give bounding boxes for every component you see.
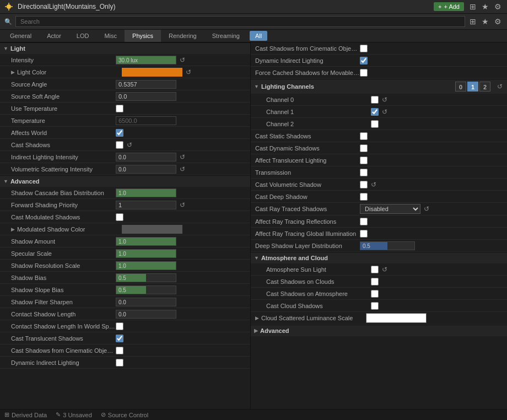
affect-ray-tracing-reflections-checkbox[interactable]	[360, 218, 368, 225]
cast-dynamic-shadows-checkbox[interactable]	[360, 144, 368, 152]
lighting-channels-header[interactable]: ▼ Lighting Channels 0 1 2 ↺	[251, 79, 507, 94]
shadow-filter-sharpen-value[interactable]: 0.0	[118, 298, 126, 306]
transmission-checkbox[interactable]	[360, 169, 368, 176]
deep-shadow-layer-label: Deep Shadow Layer Distribution	[255, 243, 360, 249]
affect-ray-tracing-gi-row: Affect Ray Tracing Global Illumination	[251, 228, 507, 240]
channel-tab-2[interactable]: 2	[479, 82, 490, 91]
channel-0-checkbox[interactable]	[371, 96, 379, 104]
grid-icon[interactable]: ⊞	[468, 2, 477, 11]
add-button[interactable]: + + Add	[434, 2, 464, 11]
modulated-shadow-color-swatch[interactable]	[122, 225, 182, 234]
tab-rendering[interactable]: Rendering	[161, 30, 204, 42]
transmission-label: Transmission	[255, 169, 360, 176]
star-icon[interactable]: ★	[481, 2, 490, 11]
affects-world-checkbox[interactable]	[116, 129, 123, 137]
cast-translucent-shadows-checkbox[interactable]	[116, 335, 123, 342]
cast-shadows-checkbox[interactable]	[116, 141, 123, 149]
intensity-value[interactable]: 30.0 lux	[118, 56, 138, 64]
advanced-right-header[interactable]: ▶ Advanced	[251, 325, 507, 336]
contact-shadow-length-value[interactable]: 0.0	[118, 310, 126, 319]
atmosphere-sun-light-checkbox[interactable]	[371, 266, 379, 273]
volumetric-scattering-reset[interactable]: ↺	[179, 165, 186, 173]
tab-all[interactable]: All	[250, 31, 267, 41]
light-color-arrow[interactable]: ▶	[11, 69, 15, 75]
source-control-item[interactable]: ⊘ Source Control	[101, 411, 148, 418]
indirect-lighting-reset[interactable]: ↺	[179, 153, 186, 161]
intensity-reset[interactable]: ↺	[179, 56, 186, 64]
search-input[interactable]	[15, 16, 465, 27]
tab-streaming[interactable]: Streaming	[204, 30, 247, 42]
cloud-scattered-luminance-swatch[interactable]	[366, 313, 427, 323]
forward-shading-input[interactable]	[116, 201, 176, 209]
tab-lod[interactable]: LOD	[69, 30, 97, 42]
shadow-resolution-scale-value[interactable]: 1.0	[118, 262, 126, 270]
dynamic-indirect-left-checkbox[interactable]	[116, 359, 123, 367]
light-color-swatch[interactable]	[122, 68, 182, 77]
advanced-section-header[interactable]: ▼ Advanced	[0, 175, 250, 187]
cast-shadows-atmosphere-checkbox[interactable]	[371, 290, 379, 298]
main-content: ▼ Light Intensity 30.0 lux ↺ ▶ Light Col…	[0, 42, 507, 409]
source-soft-angle-input[interactable]	[116, 92, 176, 101]
cast-deep-shadow-checkbox[interactable]	[360, 193, 368, 201]
lighting-channels-reset[interactable]: ↺	[496, 83, 504, 90]
affect-ray-tracing-gi-checkbox[interactable]	[360, 230, 368, 238]
shadow-bias-value[interactable]: 0.5	[118, 274, 126, 282]
channel-1-checkbox[interactable]	[371, 108, 379, 116]
source-angle-input[interactable]	[116, 80, 176, 89]
light-color-reset[interactable]: ↺	[185, 68, 192, 76]
tab-general[interactable]: General	[2, 30, 39, 42]
cast-shadows-reset[interactable]: ↺	[126, 141, 133, 149]
tab-physics[interactable]: Physics	[125, 30, 161, 42]
settings-icon[interactable]: ⚙	[493, 2, 503, 11]
bookmark-icon[interactable]: ★	[481, 17, 490, 26]
atmosphere-sun-light-reset[interactable]: ↺	[381, 266, 389, 273]
cast-static-shadows-checkbox[interactable]	[360, 132, 368, 140]
volumetric-scattering-value[interactable]: 0.0	[118, 165, 126, 174]
force-cached-shadows-checkbox[interactable]	[360, 69, 368, 77]
options-icon[interactable]: ⚙	[493, 17, 503, 26]
derived-data-item[interactable]: ⊞ Derived Data	[4, 411, 47, 418]
cloud-scattered-luminance-arrow[interactable]: ▶	[255, 315, 259, 321]
light-section-header[interactable]: ▼ Light	[0, 42, 250, 54]
deep-shadow-layer-value[interactable]: 0.5	[363, 242, 370, 250]
indirect-lighting-value[interactable]: 0.0	[118, 153, 126, 161]
cast-cloud-shadows-checkbox[interactable]	[371, 302, 379, 310]
shadow-slope-bias-value[interactable]: 0.5	[118, 286, 126, 294]
atmosphere-cloud-header[interactable]: ▼ Atmosphere and Cloud	[251, 252, 507, 263]
shadow-cascade-bias-value[interactable]: 1.0	[118, 189, 126, 197]
tab-actor[interactable]: Actor	[39, 30, 69, 42]
cast-volumetric-shadow-checkbox[interactable]	[360, 181, 368, 189]
contact-shadow-world-space-checkbox[interactable]	[116, 322, 123, 330]
channel-0-reset[interactable]: ↺	[381, 96, 389, 104]
channel-tab-1[interactable]: 1	[467, 82, 478, 91]
forward-shading-reset[interactable]: ↺	[179, 201, 186, 209]
modulated-shadow-color-arrow[interactable]: ▶	[11, 227, 15, 232]
channel-2-checkbox[interactable]	[371, 120, 379, 128]
cast-volumetric-shadow-reset[interactable]: ↺	[370, 181, 377, 189]
cast-shadows-row: Cast Shadows ↺	[0, 139, 250, 151]
specular-scale-value[interactable]: 1.0	[118, 250, 126, 258]
atmosphere-cloud-arrow: ▼	[254, 255, 259, 261]
shadow-amount-value[interactable]: 1.0	[118, 238, 126, 246]
cast-shadows-cinematic-right-checkbox[interactable]	[360, 45, 368, 52]
affect-translucent-lighting-checkbox[interactable]	[360, 157, 368, 164]
database-icon: ⊞	[4, 411, 9, 418]
cast-volumetric-shadow-row: Cast Volumetric Shadow ↺	[251, 179, 507, 191]
channel-1-reset[interactable]: ↺	[381, 108, 389, 116]
unsaved-item[interactable]: ✎ 3 Unsaved	[56, 411, 92, 418]
cast-translucent-shadows-label: Cast Translucent Shadows	[11, 335, 116, 342]
tab-misc[interactable]: Misc	[96, 30, 125, 42]
cast-modulated-shadows-checkbox[interactable]	[116, 213, 123, 221]
temperature-input[interactable]	[116, 116, 176, 125]
cast-shadows-clouds-checkbox[interactable]	[371, 278, 379, 286]
cast-shadows-cinematic-left-checkbox[interactable]	[116, 347, 123, 354]
save-icon: ✎	[56, 411, 61, 418]
shadow-slope-bias-row: Shadow Slope Bias 0.5	[0, 284, 250, 296]
use-temperature-checkbox[interactable]	[116, 105, 123, 112]
table-view-icon[interactable]: ⊞	[468, 17, 477, 26]
dynamic-indirect-right-checkbox[interactable]	[360, 57, 368, 64]
contact-shadow-length-row: Contact Shadow Length 0.0	[0, 308, 250, 320]
channel-tab-0[interactable]: 0	[455, 82, 466, 91]
cast-ray-traced-shadows-select[interactable]: Disabled Enabled Use Project Settings	[360, 204, 420, 214]
cast-ray-traced-shadows-reset[interactable]: ↺	[423, 205, 430, 213]
